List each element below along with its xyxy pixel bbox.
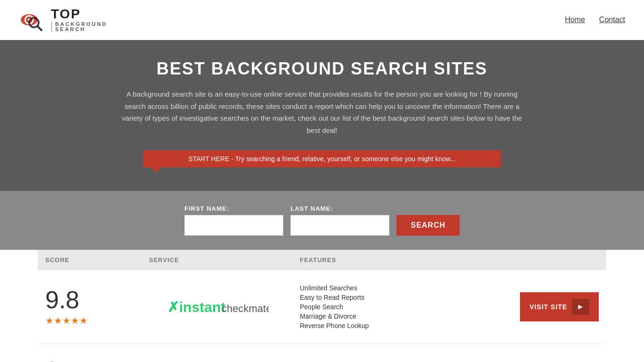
logo-icon: [19, 6, 47, 34]
table-row: 9.8 ★★★★★ ✗instant checkmate Unlimited S…: [38, 270, 606, 344]
score-cell: 9.4 ★★★★★: [38, 344, 141, 362]
first-name-group: FIRST NAME:: [184, 205, 283, 236]
col-service: SERVICE: [141, 250, 292, 270]
last-name-input[interactable]: [290, 215, 389, 236]
hero-description: A background search site is an easy-to-u…: [119, 88, 525, 136]
star-rating: ★★★★★: [45, 315, 134, 326]
table-body: 9.8 ★★★★★ ✗instant checkmate Unlimited S…: [38, 270, 606, 362]
col-score: SCORE: [38, 250, 141, 270]
results-table: SCORE SERVICE FEATURES 9.8 ★★★★★ ✗instan…: [38, 250, 606, 362]
main-nav: Home Contact: [565, 16, 625, 24]
feature-item: People Search: [300, 303, 505, 311]
logo-top-text: TOP: [51, 8, 107, 21]
features-cell: Unlimited SearchesEasy to Read ReportsPe…: [292, 270, 512, 344]
col-features: FEATURES: [292, 250, 512, 270]
table-header: SCORE SERVICE FEATURES: [38, 250, 606, 270]
logo-text: TOP BACKGROUNDSEARCH: [51, 8, 107, 32]
search-section: FIRST NAME: LAST NAME: SEARCH: [0, 191, 644, 250]
svg-text:✗instant: ✗instant: [167, 299, 225, 315]
table-row: 9.4 ★★★★★ People LOOker Accurate and up-…: [38, 344, 606, 362]
service-cell: ✗instant checkmate: [141, 270, 292, 344]
first-name-input[interactable]: [184, 215, 283, 236]
arrow-icon: ►: [572, 299, 589, 315]
nav-contact[interactable]: Contact: [599, 16, 625, 24]
last-name-group: LAST NAME:: [290, 205, 389, 236]
action-cell: VISIT SITE ►: [512, 270, 606, 344]
visit-site-label: VISIT SITE: [529, 303, 567, 311]
callout-bar: START HERE - Try searching a friend, rel…: [143, 150, 501, 167]
service-logo: ✗instant checkmate: [149, 295, 285, 319]
logo: TOP BACKGROUNDSEARCH: [19, 6, 107, 34]
visit-site-button[interactable]: VISIT SITE ►: [520, 292, 599, 321]
search-form: FIRST NAME: LAST NAME: SEARCH: [0, 205, 644, 236]
svg-line-5: [37, 26, 41, 30]
feature-item: Unlimited Searches: [300, 284, 505, 292]
service-cell: People LOOker: [141, 344, 292, 362]
score-number: 9.4: [45, 358, 134, 362]
score-cell: 9.8 ★★★★★: [38, 270, 141, 344]
feature-item: Easy to Read Reports: [300, 294, 505, 301]
hero-title: BEST BACKGROUND SEARCH SITES: [38, 59, 606, 79]
feature-item: Marriage & Divorce: [300, 313, 505, 320]
score-number: 9.8: [45, 288, 134, 312]
header: TOP BACKGROUNDSEARCH Home Contact: [0, 0, 644, 40]
svg-text:checkmate: checkmate: [222, 303, 269, 314]
first-name-label: FIRST NAME:: [184, 205, 283, 212]
logo-bottom-text: BACKGROUNDSEARCH: [51, 22, 107, 32]
search-button[interactable]: SEARCH: [396, 215, 460, 236]
features-cell: Accurate and up-to-date informationUnlim…: [292, 344, 512, 362]
action-cell: VISIT SITE ►: [512, 344, 606, 362]
nav-home[interactable]: Home: [565, 16, 585, 24]
last-name-label: LAST NAME:: [290, 205, 389, 212]
results-section: SCORE SERVICE FEATURES 9.8 ★★★★★ ✗instan…: [0, 250, 644, 362]
col-action: [512, 250, 606, 270]
hero-section: BEST BACKGROUND SEARCH SITES A backgroun…: [0, 40, 644, 191]
checkmate-logo-svg: ✗instant checkmate: [165, 295, 269, 319]
feature-item: Reverse Phone Lookup: [300, 322, 505, 329]
